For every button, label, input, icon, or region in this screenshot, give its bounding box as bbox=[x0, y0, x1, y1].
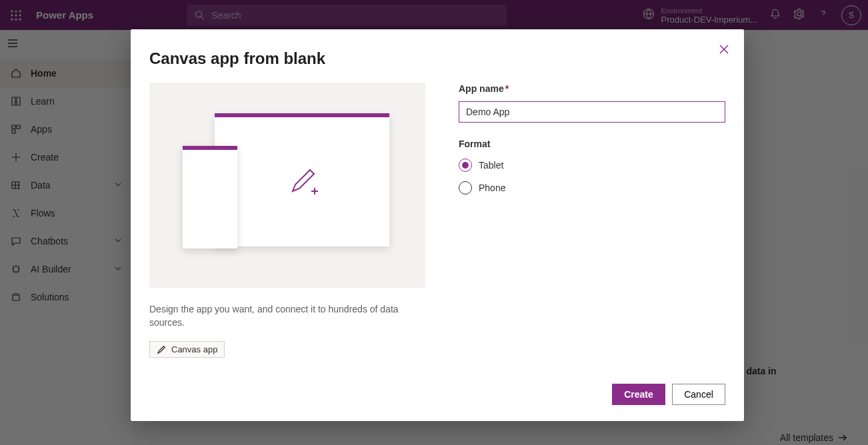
radio-label: Tablet bbox=[479, 160, 503, 171]
modal-description: Design the app you want, and connect it … bbox=[149, 302, 416, 329]
format-phone-radio[interactable]: Phone bbox=[459, 181, 725, 195]
app-name-input[interactable] bbox=[459, 101, 725, 123]
create-button[interactable]: Create bbox=[612, 384, 665, 405]
radio-icon bbox=[459, 181, 472, 195]
format-label: Format bbox=[459, 139, 725, 149]
close-icon bbox=[717, 43, 731, 56]
brush-icon bbox=[157, 345, 166, 354]
brush-plus-icon bbox=[286, 166, 319, 202]
cancel-button[interactable]: Cancel bbox=[672, 384, 725, 405]
canvas-app-tag: Canvas app bbox=[149, 341, 225, 358]
phone-preview bbox=[183, 146, 237, 248]
radio-icon bbox=[459, 159, 472, 172]
app-name-label: App name* bbox=[459, 83, 509, 94]
create-app-modal: Canvas app from blank Design the app you… bbox=[131, 29, 744, 421]
close-button[interactable] bbox=[717, 43, 731, 59]
format-tablet-radio[interactable]: Tablet bbox=[459, 159, 725, 172]
preview-pane bbox=[149, 83, 425, 288]
modal-title: Canvas app from blank bbox=[149, 49, 725, 68]
radio-label: Phone bbox=[479, 183, 505, 193]
